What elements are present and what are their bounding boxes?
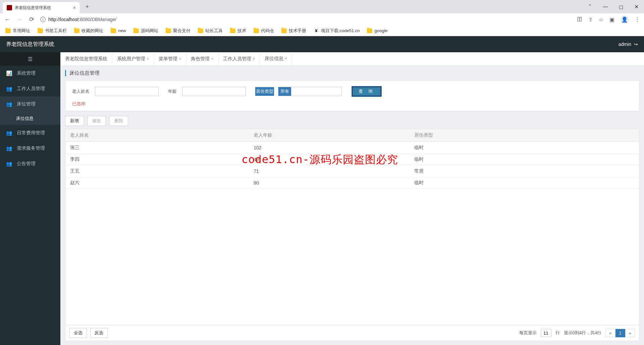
page-number[interactable]: 1 bbox=[615, 329, 625, 337]
add-button[interactable]: 新增 bbox=[65, 116, 84, 126]
age-input[interactable] bbox=[182, 87, 246, 96]
menu-icon[interactable]: ⋮ bbox=[635, 16, 640, 23]
folder-icon bbox=[230, 28, 235, 33]
table-row[interactable]: 王五71常居 bbox=[65, 165, 639, 177]
sidebar-item-label: 公告管理 bbox=[17, 161, 36, 167]
tab-close-icon[interactable]: × bbox=[285, 56, 287, 61]
browser-tab[interactable]: 养老院信息管理系统 × bbox=[3, 2, 80, 13]
bookmark-item[interactable]: new bbox=[111, 28, 126, 33]
sidebar-item[interactable]: 日常费用管理 bbox=[0, 125, 60, 141]
tab-close-icon[interactable]: × bbox=[211, 57, 213, 61]
bookmark-item[interactable]: 站长工具 bbox=[198, 28, 223, 34]
table-cell: 90 bbox=[249, 177, 410, 189]
page-prev-button[interactable]: « bbox=[605, 329, 615, 337]
star-icon[interactable]: ☆ bbox=[599, 16, 603, 23]
tab-close-icon[interactable]: × bbox=[253, 57, 255, 61]
per-page-label: 每页显示 bbox=[519, 330, 537, 336]
table-row[interactable]: 张三102临时 bbox=[65, 142, 639, 154]
bookmark-label: 收藏的网址 bbox=[82, 28, 103, 34]
folder-icon bbox=[281, 28, 287, 33]
query-button[interactable]: 查 询 bbox=[352, 87, 381, 96]
minimize-button[interactable]: — bbox=[598, 0, 613, 13]
sidebar-toggle-button[interactable] bbox=[0, 52, 60, 66]
app-tab[interactable]: 养老院信息管理系统 bbox=[60, 52, 112, 66]
search-box: 老人姓名 年龄 居住类型 所有 查 询 已选择: bbox=[65, 80, 639, 111]
type-select[interactable]: 所有 bbox=[278, 87, 341, 96]
chevron-down-icon[interactable]: ˅ bbox=[582, 0, 598, 13]
users-icon bbox=[6, 161, 12, 167]
column-header[interactable]: 老人姓名 bbox=[65, 129, 249, 142]
extensions-icon[interactable]: ▣ bbox=[609, 16, 614, 23]
tab-close-icon[interactable]: × bbox=[73, 5, 76, 10]
bookmark-item[interactable]: 代码仓 bbox=[254, 28, 274, 34]
app-tab-label: 床位信息 bbox=[265, 56, 283, 62]
url-box[interactable]: i http://localhost:8080/DBManage/ bbox=[40, 17, 572, 22]
key-icon[interactable]: ⚿ bbox=[577, 16, 582, 22]
users-icon bbox=[6, 130, 12, 136]
favicon-icon bbox=[7, 5, 12, 10]
folder-icon bbox=[38, 28, 43, 33]
sidebar-item[interactable]: 需求服务管理 bbox=[0, 141, 60, 156]
tab-close-icon[interactable]: × bbox=[147, 57, 149, 61]
bookmark-item[interactable]: 常用网址 bbox=[5, 28, 30, 34]
app-tab-label: 菜单管理 bbox=[159, 56, 177, 62]
new-tab-button[interactable]: + bbox=[83, 2, 92, 11]
bookmark-item[interactable]: 聚合支付 bbox=[166, 28, 191, 34]
per-page-input[interactable] bbox=[541, 329, 551, 337]
browser-tab-title: 养老院信息管理系统 bbox=[15, 5, 51, 11]
app-tab[interactable]: 系统用户管理× bbox=[112, 52, 154, 66]
forward-button[interactable]: → bbox=[16, 16, 23, 23]
url-text: http://localhost:8080/DBManage/ bbox=[48, 17, 116, 22]
tab-close-icon[interactable]: × bbox=[179, 57, 181, 61]
share-icon[interactable]: ⇪ bbox=[588, 16, 593, 23]
delete-button[interactable]: 删除 bbox=[109, 116, 128, 126]
back-button[interactable]: ← bbox=[4, 16, 11, 23]
bookmark-label: google bbox=[374, 28, 387, 33]
app-tab[interactable]: 床位信息× bbox=[260, 52, 292, 66]
column-header[interactable]: 居住类型 bbox=[410, 129, 639, 142]
sidebar-item-label: 日常费用管理 bbox=[17, 130, 45, 136]
sidebar-subitem[interactable]: 床位信息 bbox=[0, 112, 60, 125]
name-input[interactable] bbox=[95, 87, 159, 96]
sidebar-item[interactable]: 系统管理 bbox=[0, 66, 60, 81]
app-tab-label: 工作人员管理 bbox=[223, 56, 251, 62]
page-next-button[interactable]: » bbox=[625, 329, 635, 337]
bookmark-item[interactable]: 技术 bbox=[230, 28, 246, 34]
invert-select-button[interactable]: 反选 bbox=[90, 328, 108, 338]
app-tabs: 养老院信息管理系统系统用户管理×菜单管理×角色管理×工作人员管理×床位信息× bbox=[60, 52, 644, 66]
username-label: admin bbox=[619, 42, 631, 47]
users-icon bbox=[6, 86, 12, 92]
app-tab[interactable]: 工作人员管理× bbox=[218, 52, 260, 66]
sidebar-item[interactable]: 床位管理 bbox=[0, 96, 60, 112]
sidebar-item[interactable]: 工作人员管理 bbox=[0, 81, 60, 96]
table-row[interactable]: 赵六90临时 bbox=[65, 177, 639, 189]
users-icon bbox=[6, 101, 12, 107]
content-panel: 床位信息管理 老人姓名 年龄 居住类型 所有 查 询 已选择: 新增 bbox=[60, 66, 644, 345]
app-tab[interactable]: 角色管理× bbox=[186, 52, 218, 66]
column-header[interactable]: 老人年龄 bbox=[249, 129, 410, 142]
bookmark-label: 源码网站 bbox=[141, 28, 158, 34]
sidebar: 系统管理工作人员管理床位管理床位信息日常费用管理需求服务管理公告管理 bbox=[0, 52, 60, 345]
user-area[interactable]: admin bbox=[619, 42, 644, 47]
logout-icon[interactable] bbox=[634, 42, 638, 47]
bookmark-item[interactable]: ¥项目下载:code51.cn bbox=[314, 28, 360, 34]
folder-icon bbox=[5, 28, 11, 33]
profile-avatar-icon[interactable]: 👤 bbox=[621, 15, 629, 23]
bookmark-item[interactable]: 技术手册 bbox=[281, 28, 306, 34]
bookmark-item[interactable]: 书签工具栏 bbox=[38, 28, 67, 34]
close-window-button[interactable]: ✕ bbox=[629, 0, 644, 13]
bookmark-label: 常用网址 bbox=[13, 28, 30, 34]
app-tab[interactable]: 菜单管理× bbox=[154, 52, 186, 66]
reload-button[interactable]: ⟳ bbox=[28, 16, 35, 23]
site-info-icon[interactable]: i bbox=[40, 17, 46, 22]
address-bar: ← → ⟳ i http://localhost:8080/DBManage/ … bbox=[0, 13, 644, 25]
folder-icon bbox=[111, 28, 116, 33]
sidebar-item[interactable]: 公告管理 bbox=[0, 156, 60, 171]
bookmark-item[interactable]: 源码网站 bbox=[133, 28, 158, 34]
table-row[interactable]: 李四49临时 bbox=[65, 154, 639, 165]
bookmark-item[interactable]: google bbox=[367, 28, 387, 33]
bookmark-item[interactable]: 收藏的网址 bbox=[74, 28, 103, 34]
maximize-button[interactable]: ◻ bbox=[613, 0, 629, 13]
select-all-button[interactable]: 全选 bbox=[69, 328, 87, 338]
edit-button[interactable]: 修改 bbox=[87, 116, 106, 126]
